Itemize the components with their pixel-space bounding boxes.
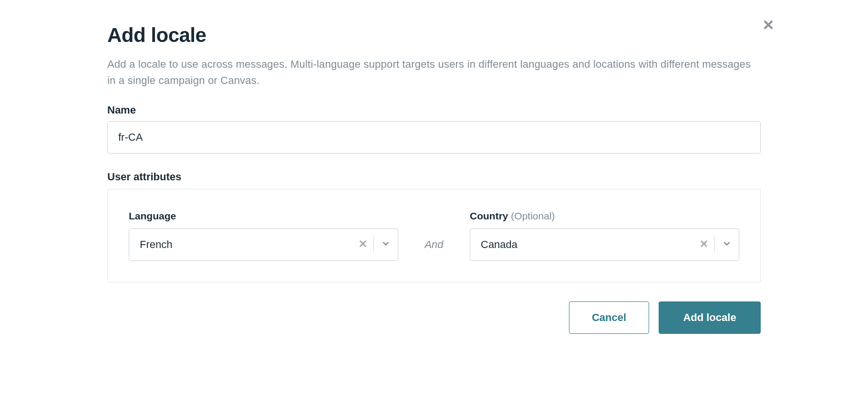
language-select-value: French	[140, 238, 352, 251]
chevron-down-icon	[722, 239, 732, 250]
name-input[interactable]	[107, 121, 761, 154]
name-label: Name	[107, 104, 761, 116]
select-actions	[352, 229, 398, 260]
dialog-description: Add a locale to use across messages. Mul…	[107, 56, 761, 89]
country-select[interactable]: Canada	[470, 228, 739, 261]
user-attributes-box: Language French	[107, 189, 761, 282]
language-clear-button[interactable]	[352, 229, 373, 260]
and-column: And	[398, 228, 470, 261]
close-button[interactable]	[762, 19, 775, 32]
country-label: Country (Optional)	[470, 210, 739, 222]
country-column: Country (Optional) Canada	[470, 210, 739, 261]
language-dropdown-toggle[interactable]	[374, 229, 398, 260]
cancel-button[interactable]: Cancel	[569, 301, 649, 334]
language-column: Language French	[129, 210, 398, 261]
country-label-text: Country	[470, 210, 508, 221]
language-label: Language	[129, 210, 398, 222]
country-optional-text: (Optional)	[511, 210, 555, 221]
user-attributes-heading: User attributes	[107, 171, 761, 183]
and-text: And	[424, 238, 443, 251]
dialog-footer: Cancel Add locale	[107, 301, 761, 334]
close-icon	[763, 19, 774, 32]
country-dropdown-toggle[interactable]	[715, 229, 739, 260]
select-actions	[693, 229, 739, 260]
chevron-down-icon	[381, 239, 391, 250]
clear-icon	[359, 239, 367, 250]
clear-icon	[700, 239, 708, 250]
add-locale-dialog: Add locale Add a locale to use across me…	[72, 0, 796, 353]
add-locale-button[interactable]: Add locale	[659, 301, 761, 334]
country-select-value: Canada	[481, 238, 693, 251]
dialog-title: Add locale	[107, 24, 761, 47]
language-select[interactable]: French	[129, 228, 398, 261]
country-clear-button[interactable]	[693, 229, 714, 260]
